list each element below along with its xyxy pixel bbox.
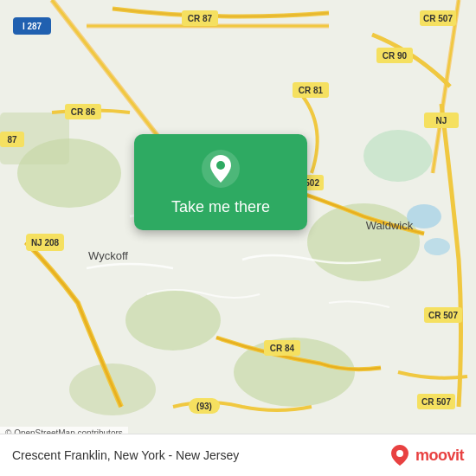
svg-text:Waldwick: Waldwick: [366, 219, 414, 232]
svg-text:CR 507: CR 507: [428, 311, 458, 320]
moovit-brand-icon: [388, 443, 412, 467]
svg-text:CR 86: CR 86: [71, 107, 96, 117]
svg-point-4: [363, 130, 433, 182]
svg-text:(93): (93): [196, 402, 212, 411]
take-me-there-label: Take me there: [171, 198, 270, 216]
svg-point-48: [396, 450, 403, 457]
svg-text:CR 87: CR 87: [188, 14, 213, 23]
location-text: Crescent Franklin, New York - New Jersey: [12, 448, 239, 462]
take-me-there-card[interactable]: Take me there: [134, 134, 307, 230]
moovit-logo: moovit: [388, 443, 464, 467]
svg-text:NJ: NJ: [436, 116, 447, 125]
map-background: I 287 CR 87 CR 507 CR 90 CR 86 87 CR 81 …: [0, 0, 476, 476]
moovit-brand-name: moovit: [415, 447, 464, 465]
svg-text:87: 87: [7, 135, 17, 145]
svg-text:CR 81: CR 81: [299, 86, 324, 95]
svg-text:CR 90: CR 90: [383, 51, 408, 61]
svg-text:CR 507: CR 507: [423, 14, 453, 23]
svg-point-2: [125, 290, 221, 351]
bottom-bar: Crescent Franklin, New York - New Jersey…: [0, 434, 476, 476]
svg-text:I 287: I 287: [23, 22, 42, 31]
svg-text:CR 84: CR 84: [270, 344, 295, 353]
svg-point-47: [216, 161, 225, 170]
svg-text:NJ 208: NJ 208: [31, 238, 60, 248]
svg-text:CR 507: CR 507: [421, 397, 451, 407]
map-container: I 287 CR 87 CR 507 CR 90 CR 86 87 CR 81 …: [0, 0, 476, 476]
location-pin-icon: [202, 150, 240, 188]
svg-text:Wyckoff: Wyckoff: [88, 249, 128, 262]
svg-point-9: [424, 238, 450, 255]
